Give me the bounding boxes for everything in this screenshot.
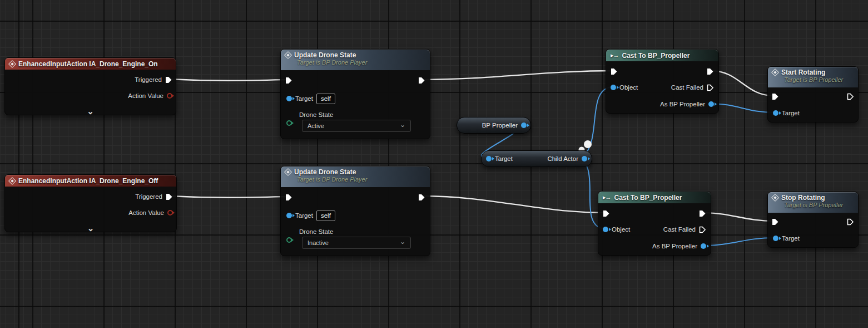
node-subtitle: Target is BP Propeller (784, 202, 854, 209)
function-diamond-icon (771, 194, 779, 202)
node-update-drone-state-inactive[interactable]: Update Drone State Target is BP Drone Pl… (280, 166, 430, 256)
node-title: Start Rotating (781, 68, 825, 76)
data-pin-drone-state[interactable] (286, 120, 292, 126)
exec-pin-out[interactable] (847, 93, 854, 100)
as-propeller-row: As BP Propeller (660, 100, 714, 108)
exec-in-row (603, 209, 610, 217)
exec-in-row (772, 92, 779, 100)
data-pin-action-value[interactable] (167, 210, 173, 216)
node-title: Cast To BP_Propeller (614, 194, 682, 202)
exec-pin-out[interactable] (418, 194, 425, 201)
node-bp-propeller-getter[interactable]: BP Propeller (457, 117, 531, 134)
pin-label: Cast Failed (663, 226, 696, 233)
data-pin-target[interactable] (286, 96, 292, 101)
data-pin-target-in[interactable] (486, 156, 492, 161)
wire-exec-update-cast-bottom[interactable] (421, 196, 606, 213)
exec-pin-in[interactable] (772, 93, 779, 100)
cast-icon: ▸→ (603, 194, 611, 201)
data-pin-target[interactable] (286, 213, 292, 218)
wire-exec-cast-stop[interactable] (702, 213, 774, 221)
exec-pin-out[interactable] (707, 68, 714, 75)
node-header: Stop Rotating Target is BP Propeller (768, 192, 858, 213)
exec-pin-cast-failed[interactable] (707, 84, 714, 91)
data-pin-target[interactable] (773, 110, 778, 116)
exec-pin-in[interactable] (285, 194, 292, 201)
target-self-box[interactable]: self (316, 94, 335, 104)
data-pin-object[interactable] (611, 85, 616, 90)
target-self-box[interactable]: self (316, 210, 335, 221)
cast-failed-row: Cast Failed (671, 84, 714, 91)
function-diamond-icon (771, 68, 779, 76)
exec-pin-out[interactable] (418, 77, 425, 84)
blueprint-graph-canvas[interactable]: EnhancedInputAction IA_Drone_Engine_On T… (0, 0, 868, 328)
data-pin-as-bp-propeller[interactable] (701, 243, 706, 249)
pin-label: As BP Propeller (652, 243, 697, 249)
pin-label: Cast Failed (671, 84, 703, 91)
wire-exec-update-cast-top[interactable] (421, 71, 614, 80)
node-stop-rotating[interactable]: Stop Rotating Target is BP Propeller Tar… (767, 192, 859, 248)
pin-row-action-value: Action Value (128, 92, 172, 100)
cast-failed-row: Cast Failed (663, 226, 706, 233)
wire-exec-engineon-update[interactable] (168, 79, 287, 81)
data-pin-drone-state[interactable] (286, 237, 292, 243)
exec-out-row (847, 218, 854, 226)
exec-in-row (772, 218, 779, 226)
exec-pin-in[interactable] (603, 210, 610, 217)
node-event-engine-off[interactable]: EnhancedInputAction IA_Drone_Engine_Off … (4, 174, 177, 232)
node-header: EnhancedInputAction IA_Drone_Engine_Off (5, 175, 176, 187)
exec-pin-in[interactable] (611, 68, 618, 75)
data-pin-propeller-out[interactable] (521, 123, 527, 128)
exec-pin-out[interactable] (847, 218, 854, 226)
node-subtitle: Target is BP Drone Player (297, 59, 425, 66)
data-pin-child-actor-out[interactable] (582, 156, 587, 161)
drone-state-dropdown[interactable]: Inactive ⌄ (302, 237, 411, 249)
exec-out-row (699, 209, 706, 217)
node-header: Update Drone State Target is BP Drone Pl… (281, 167, 430, 187)
pin-label: Target (782, 235, 800, 242)
enum-pin-row (286, 119, 292, 127)
wire-exec-engineoff-update[interactable] (169, 196, 287, 198)
node-start-rotating[interactable]: Start Rotating Target is BP Propeller Ta… (767, 66, 859, 123)
wire-exec-cast-start[interactable] (711, 71, 774, 96)
pin-label: Target (295, 95, 313, 102)
target-row: Target self (286, 210, 335, 221)
cast-icon: ▸→ (611, 52, 619, 59)
drone-state-dropdown[interactable]: Active ⌄ (302, 120, 411, 132)
collapse-chevron-icon[interactable]: ⌄ (87, 225, 95, 232)
data-pin-object[interactable] (603, 227, 608, 232)
exec-pin-cast-failed[interactable] (699, 226, 706, 233)
drone-state-label: Drone State (299, 228, 333, 236)
exec-pin-in[interactable] (772, 218, 779, 226)
node-event-engine-on[interactable]: EnhancedInputAction IA_Drone_Engine_On T… (4, 57, 176, 115)
target-row: Target (773, 234, 800, 242)
node-get-child-actor[interactable]: Target Child Actor (481, 150, 592, 167)
exec-pin-triggered[interactable] (166, 193, 173, 200)
data-pin-action-value[interactable] (167, 93, 172, 99)
node-title: EnhancedInputAction IA_Drone_Engine_On (18, 60, 158, 68)
data-pin-as-bp-propeller[interactable] (708, 101, 714, 107)
exec-out-row (418, 193, 425, 201)
node-update-drone-state-active[interactable]: Update Drone State Target is BP Drone Pl… (280, 49, 430, 139)
node-header: ▸→ Cast To BP_Propeller (606, 50, 718, 61)
variable-label: BP Propeller (482, 122, 518, 129)
exec-pin-out[interactable] (699, 210, 706, 217)
exec-pin-triggered[interactable] (165, 76, 172, 84)
node-header: ▸→ Cast To BP_Propeller (598, 192, 711, 203)
enum-pin-row (286, 236, 292, 244)
node-cast-to-bp-propeller-bottom[interactable]: ▸→ Cast To BP_Propeller Object Cast Fail… (598, 191, 711, 256)
wire-data-asprop-stop-target[interactable] (701, 238, 775, 246)
node-title: EnhancedInputAction IA_Drone_Engine_Off (18, 177, 158, 185)
exec-out-row (847, 92, 854, 100)
exec-pin-in[interactable] (285, 77, 292, 84)
function-diamond-icon (284, 168, 292, 176)
drone-state-label: Drone State (299, 111, 333, 119)
exec-out-row (418, 76, 425, 84)
node-cast-to-bp-propeller-top[interactable]: ▸→ Cast To BP_Propeller Object Cast Fail… (606, 49, 719, 114)
node-header: EnhancedInputAction IA_Drone_Engine_On (5, 58, 176, 70)
pin-label: Triggered (135, 193, 162, 200)
target-row: Target (773, 109, 800, 117)
chevron-down-icon: ⌄ (400, 123, 405, 127)
pin-label: Action Value (128, 209, 164, 216)
data-pin-target[interactable] (773, 236, 778, 241)
collapse-chevron-icon[interactable]: ⌄ (87, 108, 94, 115)
